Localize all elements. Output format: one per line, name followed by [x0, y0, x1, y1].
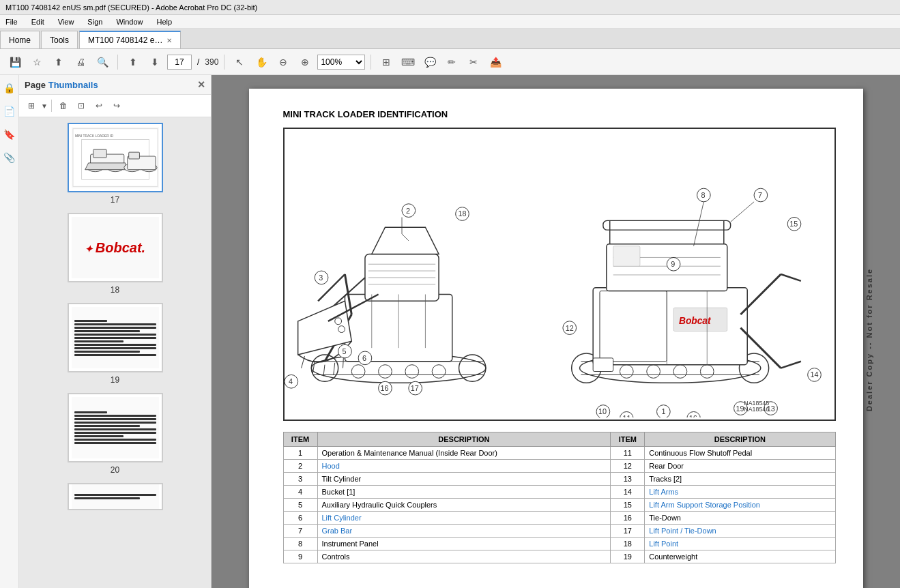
hand-tool-button[interactable]: ✋ — [252, 53, 271, 72]
svg-text:18: 18 — [458, 209, 466, 218]
table-cell-desc1: Hood — [317, 460, 611, 473]
page-separator: / — [197, 57, 199, 67]
line5 — [74, 334, 156, 336]
tab-home[interactable]: Home — [0, 31, 40, 48]
svg-rect-7 — [93, 149, 106, 158]
thumb-frame-20 — [68, 393, 163, 462]
menu-window[interactable]: Window — [113, 16, 145, 27]
thumb-image-17: MINI TRACK LOADER ID — [72, 127, 159, 188]
svg-text:10: 10 — [598, 407, 607, 415]
table-cell-desc1: Lift Cylinder — [317, 512, 611, 525]
comment-button[interactable]: 💬 — [420, 53, 439, 72]
thumb-pagenum-18: 18 — [111, 285, 119, 295]
svg-text:MINI TRACK LOADER ID: MINI TRACK LOADER ID — [74, 134, 113, 138]
svg-text:1: 1 — [661, 407, 665, 415]
svg-point-65 — [620, 365, 633, 379]
table-row: 1Operation & Maintenance Manual (Inside … — [283, 447, 835, 460]
svg-text:16: 16 — [380, 384, 388, 392]
table-cell-desc2: Tie-Down — [645, 512, 835, 525]
upload-button[interactable]: ⬆ — [49, 53, 68, 72]
col-header-desc1: DESCRIPTION — [317, 432, 611, 447]
bookmark-button[interactable]: ☆ — [27, 53, 46, 72]
menu-help[interactable]: Help — [154, 16, 175, 27]
thumbnail-page-21[interactable] — [25, 483, 205, 510]
line9 — [74, 347, 156, 349]
svg-text:2: 2 — [405, 207, 409, 215]
sidebar-extract-btn[interactable]: ⊡ — [73, 98, 89, 114]
tab-doc[interactable]: MT100 7408142 e… ✕ — [79, 31, 181, 48]
thumbnail-page-19[interactable]: 19 — [25, 303, 205, 385]
zoom-in-button[interactable]: ⊕ — [295, 53, 315, 72]
svg-text:9: 9 — [671, 260, 675, 268]
zoom-select[interactable]: 100% 75% 150% 200% — [317, 55, 365, 70]
table-cell-item1: 3 — [283, 473, 317, 486]
thumbnail-page-17[interactable]: MINI TRACK LOADER ID — [25, 123, 205, 205]
sidebar-bookmark-icon[interactable]: 🔖 — [2, 127, 17, 142]
thumb-pagenum-19: 19 — [111, 375, 119, 385]
sidebar-header-title: Page Thumbnails — [25, 80, 197, 90]
nav-prev-button[interactable]: ⬆ — [124, 53, 143, 72]
menu-edit[interactable]: Edit — [29, 16, 47, 27]
save-button[interactable]: 💾 — [5, 53, 25, 72]
sidebar: 🔒 📄 🔖 📎 Page Thumbnails ✕ ⊞ ▼ 🗑 ⊡ ↩ ↪ — [0, 75, 212, 588]
share2-button[interactable]: 📤 — [486, 53, 505, 72]
highlight-button[interactable]: ✏ — [442, 53, 461, 72]
svg-point-67 — [673, 365, 687, 379]
zoom-out-button[interactable]: ⊖ — [274, 53, 293, 72]
text-tool-button[interactable]: ⌨ — [398, 53, 418, 72]
sidebar-undo-btn[interactable]: ↩ — [91, 98, 107, 114]
nav-next-button[interactable]: ⬇ — [145, 53, 164, 72]
sidebar-close-button[interactable]: ✕ — [197, 79, 205, 90]
cursor-tool-button[interactable]: ↖ — [230, 53, 249, 72]
svg-text:19: 19 — [736, 405, 744, 413]
thumbnail-scroll-area[interactable]: MINI TRACK LOADER ID — [19, 117, 211, 588]
table-row: 2Hood12Rear Door — [283, 460, 835, 473]
sidebar-redo-btn[interactable]: ↪ — [108, 98, 125, 114]
line1 — [74, 411, 107, 413]
menu-view[interactable]: View — [55, 16, 77, 27]
search-button[interactable]: 🔍 — [93, 53, 112, 72]
sidebar-attach-icon[interactable]: 📎 — [2, 150, 17, 165]
svg-line-83 — [781, 274, 800, 281]
svg-marker-6 — [85, 163, 125, 170]
menu-file[interactable]: File — [3, 16, 20, 27]
table-cell-desc2: Continuous Flow Shutoff Pedal — [645, 447, 835, 460]
table-cell-item1: 1 — [283, 447, 317, 460]
table-cell-item2: 18 — [611, 538, 645, 550]
toolbar-separator-3 — [371, 55, 371, 70]
title-bar-text: MT100 7408142 enUS sm.pdf (SECURED) - Ad… — [5, 3, 895, 12]
tab-bar: Home Tools MT100 7408142 e… ✕ — [0, 29, 900, 49]
tab-close-icon[interactable]: ✕ — [166, 37, 172, 44]
table-cell-desc1: Bucket [1] — [317, 486, 611, 499]
svg-line-37 — [333, 363, 334, 375]
thumbnail-page-20[interactable]: 20 — [25, 393, 205, 475]
content-area[interactable]: Dealer Copy -- Not for Resale MINI TRACK… — [212, 75, 900, 588]
svg-text:3: 3 — [319, 274, 323, 282]
sidebar-delete-btn[interactable]: 🗑 — [55, 98, 72, 114]
page-number-input[interactable] — [167, 55, 192, 70]
tab-tools[interactable]: Tools — [41, 31, 78, 48]
thumb-image-18: Bobcat. — [72, 217, 159, 278]
svg-point-19 — [405, 365, 418, 379]
svg-point-18 — [378, 365, 392, 379]
table-row: 7Grab Bar17Lift Point / Tie-Down — [283, 525, 835, 538]
print-button[interactable]: 🖨 — [71, 53, 90, 72]
menu-sign[interactable]: Sign — [85, 16, 105, 27]
table-cell-desc2: Lift Arm Support Storage Position — [645, 499, 835, 512]
sidebar-title-blue: Thumbnails — [48, 80, 98, 90]
col-header-desc2: DESCRIPTION — [645, 432, 835, 447]
annotate-button[interactable]: ✂ — [464, 53, 483, 72]
table-cell-item1: 9 — [283, 550, 317, 563]
sidebar-grid-btn[interactable]: ⊞ — [23, 98, 40, 114]
thumbnail-page-18[interactable]: Bobcat. 18 — [25, 213, 205, 295]
table-row: 9Controls19Counterweight — [283, 550, 835, 563]
line7 — [74, 340, 124, 342]
sidebar-lock-icon[interactable]: 🔒 — [2, 80, 17, 95]
sidebar-dropdown-icon[interactable]: ▼ — [41, 102, 48, 110]
fit-page-button[interactable]: ⊞ — [377, 53, 396, 72]
tab-doc-label: MT100 7408142 e… — [88, 35, 162, 45]
svg-text:6: 6 — [362, 354, 366, 362]
line2 — [74, 415, 156, 417]
line10 — [74, 351, 140, 353]
sidebar-layers-icon[interactable]: 📄 — [2, 104, 17, 119]
